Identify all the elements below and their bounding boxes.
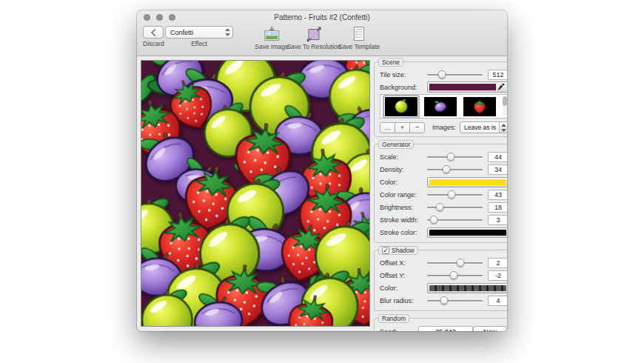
apple-thumbnail[interactable] [385, 97, 417, 116]
save-image-group[interactable]: Save Image [255, 26, 288, 50]
blur-radius-label: Blur radius: [380, 297, 427, 304]
save-to-resolution-label: Save To Resolution [286, 43, 341, 50]
remove-image-button[interactable]: − [409, 122, 425, 133]
brightness-label: Brightness: [380, 204, 427, 211]
image-thumbnail-list [380, 94, 507, 119]
effect-group: Confetti Effect [165, 26, 233, 47]
offset-y-row: Offset Y: [380, 270, 507, 281]
scale-slider[interactable] [427, 153, 483, 161]
shadow-checkbox[interactable]: ✓ [382, 247, 389, 254]
shadow-title-text: Shadow [392, 247, 415, 254]
offset-y-slider[interactable] [427, 271, 483, 279]
image-buttons-row: ... + − Images: Leave as is [380, 121, 507, 133]
density-label: Density: [380, 166, 427, 173]
zoom-window-button[interactable] [169, 14, 175, 21]
density-row: Density: [380, 164, 507, 175]
effect-caption: Effect [191, 40, 207, 47]
scale-value[interactable] [488, 152, 507, 162]
window-title: Patterno - Fruits #2 (Confetti) [274, 13, 370, 21]
shadow-group-title: ✓ Shadow [378, 246, 418, 255]
effect-dropdown[interactable]: Confetti [165, 26, 233, 39]
save-image-label: Save Image [255, 43, 288, 50]
stroke-width-value[interactable] [488, 215, 507, 225]
density-slider[interactable] [427, 165, 483, 173]
random-group-title: Random [378, 314, 409, 323]
color-range-slider[interactable] [427, 190, 483, 199]
thumbnail-scrollbar[interactable] [503, 96, 507, 116]
background-label: Background: [380, 84, 427, 91]
stroke-width-label: Stroke width: [380, 216, 427, 224]
shadow-color-well[interactable] [427, 283, 507, 293]
background-color-well[interactable] [427, 81, 507, 93]
more-images-button[interactable]: ... [380, 122, 395, 133]
save-template-group[interactable]: Save Template [338, 26, 380, 50]
brightness-slider[interactable] [427, 203, 483, 211]
stroke-color-label: Stroke color: [380, 229, 427, 236]
stroke-color-well[interactable] [427, 227, 507, 238]
patterno-window: Patterno - Fruits #2 (Confetti) Discard … [137, 10, 507, 331]
discard-button[interactable] [143, 26, 164, 39]
stroke-width-row: Stroke width: [380, 214, 507, 225]
new-seed-button[interactable]: New [473, 326, 507, 332]
tile-size-row: Tile size: [380, 69, 507, 80]
effect-dropdown-value: Confetti [166, 29, 224, 36]
titlebar[interactable]: Patterno - Fruits #2 (Confetti) [137, 10, 507, 24]
color-range-value[interactable] [488, 190, 507, 200]
scale-row: Scale: [380, 151, 507, 162]
minimize-window-button[interactable] [156, 14, 163, 21]
shadow-color-row: Color: [380, 282, 507, 293]
tile-size-slider[interactable] [427, 70, 483, 79]
color-range-label: Color range: [380, 191, 427, 199]
stroke-width-slider[interactable] [427, 216, 483, 224]
offset-x-value[interactable] [488, 258, 507, 268]
brightness-row: Brightness: [380, 202, 507, 213]
save-template-label: Save Template [338, 43, 380, 50]
offset-x-row: Offset X: [380, 257, 507, 268]
save-template-icon [352, 26, 366, 41]
blur-radius-value[interactable] [488, 296, 507, 306]
offset-y-label: Offset Y: [380, 272, 427, 279]
seed-field[interactable] [418, 326, 473, 332]
pattern-preview[interactable] [141, 60, 370, 327]
dropdown-stepper-icon [224, 28, 232, 36]
blur-radius-slider[interactable] [427, 296, 483, 304]
offset-y-value[interactable] [488, 270, 507, 281]
offset-x-slider[interactable] [427, 259, 483, 267]
discard-group: Discard [143, 26, 164, 47]
seed-row: Seed: New [380, 325, 507, 331]
discard-label: Discard [143, 40, 164, 47]
traffic-lights [144, 14, 175, 21]
density-value[interactable] [488, 164, 507, 175]
content-area: Scene Tile size: Background: [137, 56, 507, 331]
plum-thumbnail[interactable] [424, 97, 457, 116]
background-row: Background: [380, 81, 507, 93]
color-range-row: Color range: [380, 189, 507, 200]
eyedropper-icon[interactable] [496, 83, 506, 92]
generator-color-well[interactable] [427, 177, 507, 187]
seed-label: Seed: [380, 328, 409, 332]
images-dropdown-value: Leave as is [460, 124, 499, 131]
tile-size-value[interactable] [488, 70, 507, 80]
brightness-value[interactable] [488, 202, 507, 213]
toolbar: Discard Confetti Effect [137, 24, 507, 56]
random-group: Random Seed: New [374, 318, 507, 331]
strawberry-thumbnail[interactable] [463, 97, 496, 116]
tile-size-label: Tile size: [380, 71, 427, 79]
settings-panel: Scene Tile size: Background: [374, 60, 507, 331]
images-label: Images: [432, 124, 456, 131]
images-stepper-icon [499, 122, 507, 133]
generator-group-title: Generator [378, 140, 414, 149]
blur-radius-row: Blur radius: [380, 295, 507, 306]
color-row: Color: [380, 176, 507, 187]
close-window-button[interactable] [144, 14, 150, 21]
save-to-resolution-icon [306, 26, 322, 41]
generator-group: Generator Scale: Density: Color: [374, 144, 507, 243]
shadow-color-label: Color: [380, 284, 427, 292]
color-label: Color: [380, 179, 427, 186]
scale-label: Scale: [380, 153, 427, 161]
images-dropdown[interactable]: Leave as is [460, 121, 507, 133]
save-image-icon [263, 26, 281, 41]
shadow-group: ✓ Shadow Offset X: Offset Y: Color [374, 250, 507, 311]
save-to-resolution-group[interactable]: Save To Resolution [286, 26, 341, 50]
add-image-button[interactable]: + [395, 122, 410, 133]
